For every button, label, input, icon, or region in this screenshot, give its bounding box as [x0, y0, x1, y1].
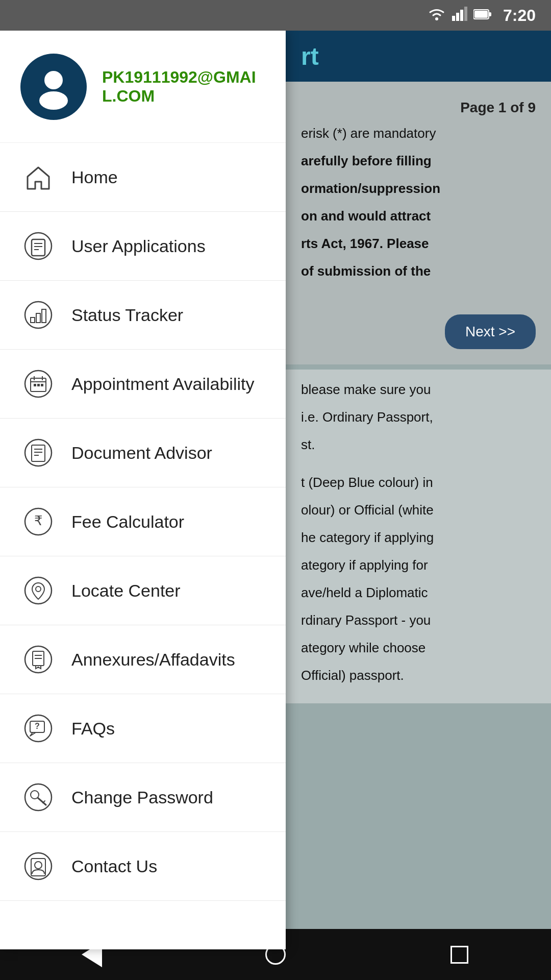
faqs-icon: ?	[20, 710, 56, 746]
svg-point-49	[35, 862, 42, 869]
content-line3: ormation/suppression	[301, 179, 536, 199]
wifi-icon	[428, 7, 446, 24]
sidebar-item-fee-calculator-label: Fee Calculator	[71, 512, 184, 532]
status-icons: 7:20	[428, 6, 536, 25]
para10: ategory while choose	[301, 638, 536, 658]
sidebar-item-change-password-label: Change Password	[71, 788, 213, 807]
battery-icon	[473, 8, 492, 23]
gray-section: blease make sure you i.e. Ordinary Passp…	[286, 370, 551, 703]
para5: olour) or Official (white	[301, 500, 536, 520]
right-panel-content: Page 1 of 9 erisk (*) are mandatory aref…	[286, 82, 551, 299]
sidebar-item-home[interactable]: Home	[0, 143, 286, 212]
svg-rect-28	[32, 445, 45, 461]
sidebar-item-contact-us[interactable]: Contact Us	[0, 832, 286, 901]
para8: ave/held a Diplomatic	[301, 583, 536, 603]
content-line6: of submission of the	[301, 261, 536, 281]
sidebar-item-annexures-affadavits[interactable]: Annexures/Affadavits	[0, 625, 286, 694]
svg-rect-1	[452, 16, 455, 21]
status-time: 7:20	[503, 6, 536, 25]
content-line5: rts Act, 1967. Please	[301, 234, 536, 254]
sidebar-item-locate-center[interactable]: Locate Center	[0, 556, 286, 625]
sidebar-item-status-tracker-label: Status Tracker	[71, 305, 183, 325]
drawer-header: PK19111992@GMAIL.COM	[0, 31, 286, 143]
signal-icon	[452, 7, 467, 24]
svg-rect-18	[42, 309, 46, 323]
home-icon	[20, 159, 56, 195]
fee-calculator-icon: ₹	[20, 504, 56, 540]
right-panel-header: rt	[286, 31, 551, 82]
menu-list: Home User Applications	[0, 143, 286, 949]
para7: ategory if applying for	[301, 555, 536, 575]
svg-rect-25	[37, 384, 40, 386]
right-panel-title: rt	[301, 42, 319, 70]
user-applications-icon	[20, 228, 56, 264]
svg-point-15	[25, 302, 52, 328]
para3: st.	[301, 435, 536, 455]
sidebar-item-appointment-availability[interactable]: Appointment Availability	[0, 350, 286, 419]
avatar	[20, 54, 87, 120]
sidebar-item-appointment-availability-label: Appointment Availability	[71, 374, 254, 394]
svg-rect-4	[464, 7, 467, 21]
para6: he category if applying	[301, 528, 536, 548]
para4: t (Deep Blue colour) in	[301, 473, 536, 493]
right-panel: rt Page 1 of 9 erisk (*) are mandatory a…	[286, 31, 551, 949]
para2: i.e. Ordinary Passport,	[301, 407, 536, 427]
content-line2: arefully before filling	[301, 151, 536, 171]
user-email: PK19111992@GMAIL.COM	[102, 68, 265, 106]
svg-rect-3	[460, 10, 463, 21]
sidebar-item-faqs[interactable]: ? FAQs	[0, 694, 286, 763]
svg-text:?: ?	[35, 722, 40, 730]
annexures-affadavits-icon	[20, 642, 56, 677]
sidebar-item-user-applications[interactable]: User Applications	[0, 212, 286, 281]
svg-rect-16	[31, 317, 35, 323]
sidebar-item-faqs-label: FAQs	[71, 719, 115, 739]
sidebar-item-locate-center-label: Locate Center	[71, 581, 181, 601]
sidebar-item-contact-us-label: Contact Us	[71, 856, 157, 876]
svg-rect-11	[32, 239, 45, 256]
para9: rdinary Passport - you	[301, 610, 536, 630]
content-line4: on and would attract	[301, 206, 536, 226]
svg-point-8	[44, 71, 63, 89]
para1: blease make sure you	[301, 380, 536, 400]
drawer: PK19111992@GMAIL.COM Home	[0, 31, 286, 949]
recent-icon	[450, 946, 468, 964]
sidebar-item-status-tracker[interactable]: Status Tracker	[0, 281, 286, 350]
sidebar-item-change-password[interactable]: Change Password	[0, 763, 286, 832]
sidebar-item-document-advisor[interactable]: Document Advisor	[0, 419, 286, 487]
svg-line-46	[43, 801, 45, 803]
svg-rect-17	[36, 313, 40, 323]
mandatory-note: erisk (*) are mandatory	[301, 124, 536, 143]
svg-rect-6	[489, 12, 491, 16]
next-button[interactable]: Next >>	[445, 314, 536, 349]
page-indicator: Page 1 of 9	[301, 92, 536, 124]
sidebar-item-annexures-affadavits-label: Annexures/Affadavits	[71, 650, 235, 670]
svg-point-9	[39, 91, 68, 110]
change-password-icon	[20, 779, 56, 815]
svg-text:₹: ₹	[34, 513, 43, 528]
svg-rect-7	[474, 11, 488, 18]
recent-button[interactable]	[441, 937, 477, 972]
sidebar-item-document-advisor-label: Document Advisor	[71, 443, 212, 463]
status-tracker-icon	[20, 297, 56, 333]
appointment-availability-icon	[20, 366, 56, 402]
svg-rect-24	[34, 384, 36, 386]
sidebar-item-user-applications-label: User Applications	[71, 236, 206, 256]
svg-rect-2	[456, 13, 459, 21]
sidebar-item-home-label: Home	[71, 167, 118, 187]
locate-center-icon	[20, 573, 56, 608]
status-bar: 7:20	[0, 0, 551, 31]
sidebar-item-fee-calculator[interactable]: ₹ Fee Calculator	[0, 487, 286, 556]
svg-point-35	[36, 586, 41, 592]
svg-point-36	[25, 646, 52, 673]
svg-point-0	[435, 17, 438, 20]
para11: Official) passport.	[301, 666, 536, 685]
document-advisor-icon	[20, 435, 56, 471]
svg-rect-26	[41, 384, 43, 386]
main-container: PK19111992@GMAIL.COM Home	[0, 31, 551, 949]
contact-us-icon	[20, 848, 56, 884]
